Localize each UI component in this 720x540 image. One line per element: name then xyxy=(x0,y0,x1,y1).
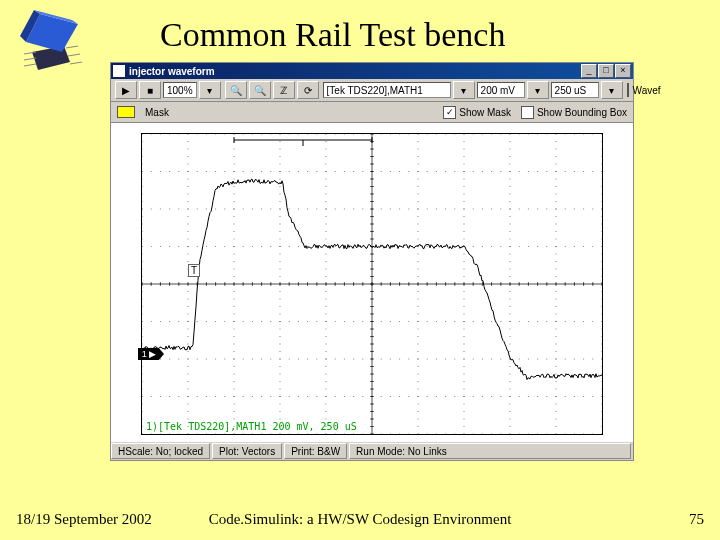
svg-rect-658 xyxy=(546,246,547,247)
zoom-out-button[interactable]: 🔍 xyxy=(249,81,271,99)
svg-rect-629 xyxy=(280,246,281,247)
svg-rect-437 xyxy=(602,261,603,262)
window-title: injector waveform xyxy=(129,66,581,77)
svg-rect-335 xyxy=(464,419,465,420)
svg-rect-274 xyxy=(418,269,419,270)
svg-rect-556 xyxy=(546,171,547,172)
svg-rect-568 xyxy=(188,209,189,210)
footer-title: Code.Simulink: a HW/SW Codesign Environm… xyxy=(0,511,720,528)
show-mask-checkbox[interactable]: ✓ Show Mask xyxy=(443,106,511,119)
vdiv-field[interactable]: 200 mV xyxy=(477,82,525,98)
svg-rect-891 xyxy=(344,434,345,435)
svg-rect-44 xyxy=(142,389,143,390)
tdiv-dropdown[interactable]: ▾ xyxy=(601,81,623,99)
mask-color-swatch[interactable] xyxy=(117,106,135,118)
svg-rect-793 xyxy=(381,359,382,360)
svg-rect-290 xyxy=(418,389,419,390)
device-field[interactable]: [Tek TDS220],MATH1 xyxy=(323,82,451,98)
zoom-field[interactable]: 100% xyxy=(163,82,197,98)
svg-rect-908 xyxy=(500,434,501,435)
svg-rect-336 xyxy=(464,426,465,427)
svg-rect-617 xyxy=(169,246,170,247)
vdiv-dropdown[interactable]: ▾ xyxy=(527,81,549,99)
svg-rect-259 xyxy=(418,156,419,157)
svg-rect-575 xyxy=(252,209,253,210)
stop-button[interactable]: ■ xyxy=(139,81,161,99)
measure-button[interactable]: ℤ xyxy=(273,81,295,99)
svg-rect-784 xyxy=(298,359,299,360)
svg-rect-160 xyxy=(280,336,281,337)
svg-rect-65 xyxy=(188,239,189,240)
svg-rect-386 xyxy=(556,186,557,187)
svg-rect-175 xyxy=(326,141,327,142)
svg-rect-21 xyxy=(142,216,143,217)
svg-line-3 xyxy=(24,64,36,66)
svg-rect-463 xyxy=(160,134,161,135)
svg-rect-838 xyxy=(326,396,327,397)
svg-rect-411 xyxy=(556,374,557,375)
svg-rect-759 xyxy=(537,321,538,322)
svg-rect-29 xyxy=(142,276,143,277)
svg-rect-49 xyxy=(142,426,143,427)
show-bbox-checkbox[interactable]: Show Bounding Box xyxy=(521,106,627,119)
device-dropdown[interactable]: ▾ xyxy=(453,81,475,99)
zoom-dropdown[interactable]: ▾ xyxy=(199,81,221,99)
svg-rect-621 xyxy=(206,246,207,247)
svg-rect-34 xyxy=(142,314,143,315)
svg-rect-27 xyxy=(142,261,143,262)
svg-rect-813 xyxy=(565,359,566,360)
svg-rect-866 xyxy=(583,396,584,397)
refresh-button[interactable]: ⟳ xyxy=(297,81,319,99)
svg-rect-429 xyxy=(602,201,603,202)
svg-rect-206 xyxy=(326,374,327,375)
svg-rect-859 xyxy=(519,396,520,397)
svg-rect-910 xyxy=(519,434,520,435)
svg-rect-739 xyxy=(353,321,354,322)
svg-rect-664 xyxy=(602,246,603,247)
svg-rect-856 xyxy=(491,396,492,397)
svg-rect-392 xyxy=(556,231,557,232)
svg-rect-59 xyxy=(188,194,189,195)
svg-rect-80 xyxy=(188,351,189,352)
svg-rect-36 xyxy=(142,329,143,330)
scope-readout: 1)[Tek TDS220],MATH1 200 mV, 250 uS xyxy=(146,421,357,432)
play-button[interactable]: ▶ xyxy=(115,81,137,99)
minimize-button[interactable]: _ xyxy=(581,64,597,78)
svg-rect-42 xyxy=(142,374,143,375)
tdiv-field[interactable]: 250 uS xyxy=(551,82,599,98)
svg-rect-790 xyxy=(353,359,354,360)
svg-rect-528 xyxy=(289,171,290,172)
svg-rect-905 xyxy=(473,434,474,435)
svg-rect-164 xyxy=(280,366,281,367)
svg-rect-115 xyxy=(234,306,235,307)
svg-rect-500 xyxy=(500,134,501,135)
svg-rect-412 xyxy=(556,381,557,382)
svg-rect-742 xyxy=(381,321,382,322)
svg-rect-606 xyxy=(537,209,538,210)
svg-rect-896 xyxy=(390,434,391,435)
svg-rect-587 xyxy=(362,209,363,210)
svg-rect-619 xyxy=(188,246,189,247)
maximize-button[interactable]: □ xyxy=(598,64,614,78)
svg-rect-585 xyxy=(344,209,345,210)
svg-rect-799 xyxy=(436,359,437,360)
svg-rect-289 xyxy=(418,381,419,382)
svg-rect-817 xyxy=(602,359,603,360)
zoom-in-button[interactable]: 🔍 xyxy=(225,81,247,99)
svg-rect-466 xyxy=(188,134,189,135)
svg-rect-207 xyxy=(326,381,327,382)
waveform-color-swatch[interactable] xyxy=(627,83,629,97)
svg-rect-852 xyxy=(454,396,455,397)
close-button[interactable]: × xyxy=(615,64,631,78)
svg-rect-177 xyxy=(326,156,327,157)
svg-rect-603 xyxy=(510,209,511,210)
svg-rect-12 xyxy=(142,149,143,150)
svg-rect-874 xyxy=(188,434,189,435)
svg-rect-839 xyxy=(335,396,336,397)
svg-rect-503 xyxy=(528,134,529,135)
svg-rect-83 xyxy=(188,374,189,375)
svg-rect-193 xyxy=(326,276,327,277)
svg-rect-879 xyxy=(234,434,235,435)
svg-rect-612 xyxy=(592,209,593,210)
svg-rect-510 xyxy=(592,134,593,135)
